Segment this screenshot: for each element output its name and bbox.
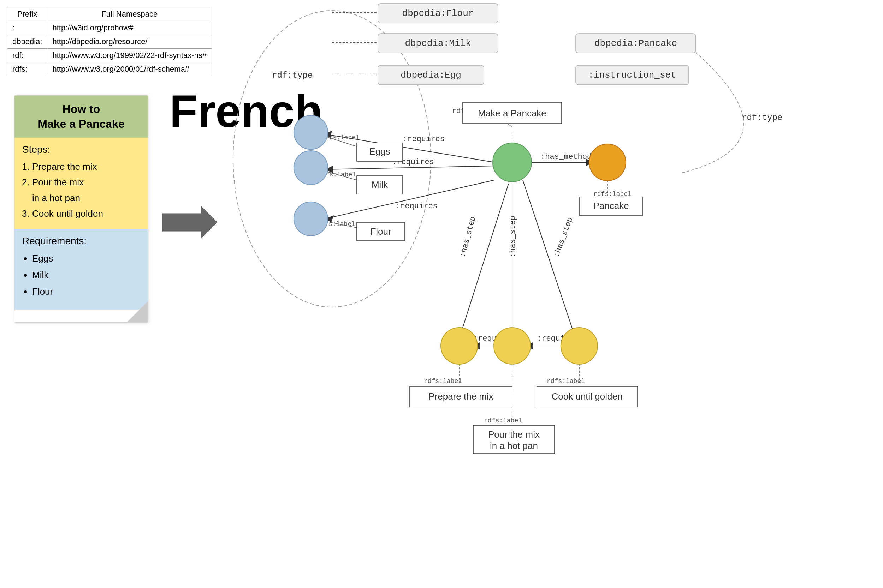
- circle-pour: [494, 327, 531, 364]
- requires-flour-label: :requires: [396, 202, 438, 211]
- node-egg-ns: dbpedia:Egg: [400, 70, 461, 81]
- rdfs-label-cook: rdfs:label: [547, 378, 585, 385]
- circle-center: [493, 143, 532, 182]
- rdfs-label-pour: rdfs:label: [484, 417, 522, 424]
- req-milk: Milk: [32, 267, 140, 284]
- label-cook: Cook until golden: [552, 391, 623, 402]
- ns-uri-rdf: http://www.w3.org/1999/02/22-rdf-syntax-…: [47, 49, 212, 63]
- ns-header-namespace: Full Namespace: [47, 8, 212, 21]
- has-method-label: :has_method: [540, 153, 592, 161]
- rdf-type-label-left: rdf:type: [272, 70, 313, 80]
- step-1: Prepare the mix: [32, 159, 140, 174]
- ns-header-prefix: Prefix: [8, 8, 47, 21]
- circle-prepare: [441, 327, 478, 364]
- circle-flour: [294, 202, 328, 236]
- step-2: Pour the mixin a hot pan: [32, 174, 140, 206]
- label-pancake-orange: Pancake: [593, 201, 629, 211]
- rdfs-label-prepare: rdfs:label: [424, 378, 462, 385]
- label-prepare: Prepare the mix: [429, 391, 493, 402]
- node-milk-ns: dbpedia:Milk: [405, 38, 471, 49]
- rdf-type-label-right: rdf:type: [742, 113, 782, 123]
- svg-line-14: [325, 180, 495, 219]
- label-flour: Flour: [370, 226, 391, 237]
- label-pour-line1: Pour the mix: [488, 429, 540, 440]
- ns-uri-prohow: http://w3id.org/prohow#: [47, 21, 212, 35]
- node-pancake-ns: dbpedia:Pancake: [594, 38, 677, 49]
- recipe-steps-section: Steps: Prepare the mix Pour the mixin a …: [15, 138, 148, 229]
- reqs-label: Requirements:: [22, 236, 140, 247]
- circle-cook: [561, 327, 598, 364]
- recipe-requirements-section: Requirements: Eggs Milk Flour: [15, 229, 148, 309]
- node-instruction-set-ns: :instruction_set: [588, 70, 676, 81]
- circle-eggs: [294, 116, 328, 149]
- has-step-2-label: :has_step: [508, 216, 517, 258]
- requires-eggs-label: :requires: [403, 135, 445, 144]
- step-3: Cook until golden: [32, 206, 140, 221]
- ns-prefix-dbpedia: dbpedia:: [8, 35, 47, 49]
- recipe-title: How to Make a Pancake: [15, 96, 148, 138]
- ns-prefix-rdfs: rdfs:: [8, 63, 47, 76]
- req-flour: Flour: [32, 284, 140, 300]
- label-milk: Milk: [372, 179, 388, 190]
- has-step-1-label: :has_step: [459, 216, 478, 258]
- steps-list: Prepare the mix Pour the mixin a hot pan…: [32, 159, 140, 221]
- graph-svg: rdf:type rdf:type rdfs:label rdfs:label …: [205, 0, 869, 588]
- ns-prefix-colon: :: [8, 21, 47, 35]
- reqs-list: Eggs Milk Flour: [32, 250, 140, 300]
- circle-milk: [294, 151, 328, 184]
- ns-uri-rdfs: http://www.w3.org/2000/01/rdf-schema#: [47, 63, 212, 76]
- svg-line-18: [459, 183, 508, 339]
- rdfs-label-pancake-node: rdfs:label: [593, 190, 632, 198]
- node-flour-ns: dbpedia:Flour: [402, 8, 474, 19]
- svg-line-22: [523, 180, 576, 339]
- label-eggs: Eggs: [369, 146, 390, 157]
- ns-prefix-rdf: rdf:: [8, 49, 47, 63]
- label-pour-line2: in a hot pan: [490, 441, 538, 451]
- ns-uri-dbpedia: http://dbpedia.org/resource/: [47, 35, 212, 49]
- has-step-3-label: :has_step: [552, 216, 575, 258]
- label-make-pancake: Make a Pancake: [478, 108, 546, 118]
- steps-label: Steps:: [22, 144, 140, 155]
- recipe-card: How to Make a Pancake Steps: Prepare the…: [14, 95, 148, 322]
- req-eggs: Eggs: [32, 250, 140, 267]
- namespace-table: Prefix Full Namespace : http://w3id.org/…: [7, 7, 212, 76]
- card-fold: [15, 309, 148, 322]
- circle-pancake-method: [589, 144, 626, 181]
